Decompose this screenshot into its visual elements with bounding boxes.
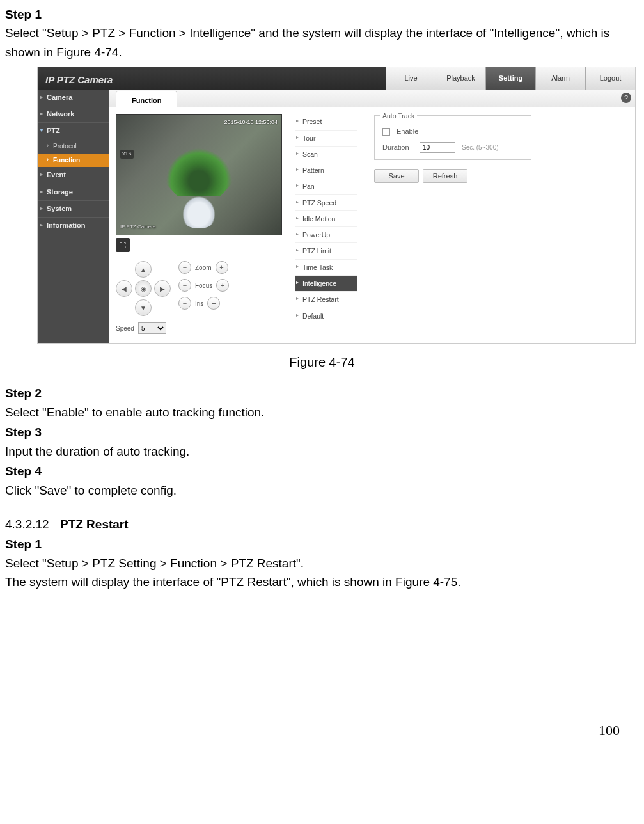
duration-input[interactable] [420, 142, 455, 153]
screenshot-figure: IP PTZ Camera Live Playback Setting Alar… [37, 67, 636, 344]
iris-close-button[interactable]: − [178, 297, 191, 310]
sidenav-protocol[interactable]: Protocol [38, 139, 109, 154]
focus-label: Focus [195, 281, 212, 291]
tab-function[interactable]: Function [116, 91, 177, 109]
enable-label: Enable [397, 126, 418, 137]
auto-track-fieldset: Auto Track Enable Duration Sec. (5~300) [374, 115, 531, 160]
refresh-button[interactable]: Refresh [423, 169, 467, 183]
sidenav-function[interactable]: Function [38, 154, 109, 168]
step2-body: Select "Enable" to enable auto tracking … [5, 403, 639, 422]
fn-intelligence[interactable]: Intelligence [295, 275, 357, 291]
side-nav: Camera Network PTZ Protocol Function Eve… [38, 90, 109, 343]
preview-zoom-label: x16 [120, 150, 134, 159]
fn-ptz-limit[interactable]: PTZ Limit [295, 242, 357, 258]
brand-label: IP PTZ Camera [38, 67, 120, 90]
nav-playback[interactable]: Playback [436, 67, 485, 90]
sidenav-ptz[interactable]: PTZ [38, 123, 109, 139]
zoom-out-button[interactable]: − [178, 261, 191, 274]
ptz-right-button[interactable]: ▶ [154, 280, 171, 297]
duration-hint: Sec. (5~300) [462, 143, 499, 153]
zoom-label: Zoom [195, 263, 212, 273]
sidenav-camera[interactable]: Camera [38, 90, 109, 106]
ptz-left-button[interactable]: ◀ [116, 280, 132, 297]
figure-caption: Figure 4-74 [5, 353, 639, 372]
restart-step1-line1: Select "Setup > PTZ Setting > Function >… [5, 554, 639, 573]
fn-scan[interactable]: Scan [295, 146, 357, 162]
fn-idle-motion[interactable]: Idle Motion [295, 210, 357, 226]
tab-bar: Function ? [109, 90, 635, 107]
preview-column: 2015-10-10 12:53:04 x16 IP PTZ Camera ⛶ … [116, 114, 295, 334]
step1-body: Select "Setup > PTZ > Function > Intelli… [5, 24, 639, 61]
nav-alarm[interactable]: Alarm [535, 67, 585, 90]
fullscreen-icon[interactable]: ⛶ [116, 238, 130, 252]
nav-setting[interactable]: Setting [485, 67, 535, 90]
ptz-dpad: ▲ ▼ ◀ ▶ ◉ [116, 261, 171, 316]
step3-body: Input the duration of auto tracking. [5, 442, 639, 461]
enable-checkbox[interactable] [382, 128, 390, 136]
restart-step1-line2: The system will display the interface of… [5, 573, 639, 591]
ptz-down-button[interactable]: ▼ [135, 299, 152, 316]
fn-preset[interactable]: Preset [295, 114, 357, 129]
preview-watermark: IP PTZ Camera [120, 223, 155, 231]
focus-out-button[interactable]: − [178, 279, 191, 292]
duration-label: Duration [382, 142, 413, 153]
video-preview: 2015-10-10 12:53:04 x16 IP PTZ Camera [116, 114, 282, 235]
iris-label: Iris [195, 299, 203, 309]
help-icon[interactable]: ? [621, 93, 631, 103]
step1-heading: Step 1 [5, 5, 639, 24]
sidenav-network[interactable]: Network [38, 106, 109, 123]
section-number: 4.3.2.12 [5, 515, 49, 534]
function-list: Preset Tour Scan Pattern Pan PTZ Speed I… [295, 114, 357, 334]
step2-heading: Step 2 [5, 384, 639, 402]
speed-label: Speed [116, 324, 134, 334]
sidenav-storage[interactable]: Storage [38, 184, 109, 201]
fn-ptz-speed[interactable]: PTZ Speed [295, 194, 357, 210]
preview-timestamp: 2015-10-10 12:53:04 [224, 118, 278, 127]
ptz-center-button[interactable]: ◉ [135, 280, 152, 297]
sidenav-event[interactable]: Event [38, 167, 109, 184]
fn-powerup[interactable]: PowerUp [295, 226, 357, 242]
fn-tour[interactable]: Tour [295, 130, 357, 146]
iris-open-button[interactable]: + [207, 297, 220, 310]
sidenav-system[interactable]: System [38, 201, 109, 218]
fn-pan[interactable]: Pan [295, 178, 357, 194]
zoom-in-button[interactable]: + [216, 261, 228, 274]
section-title: PTZ Restart [60, 518, 129, 531]
ptz-up-button[interactable]: ▲ [135, 261, 152, 278]
nav-logout[interactable]: Logout [585, 67, 635, 90]
page-number: 100 [5, 720, 620, 741]
step4-body: Click "Save" to complete config. [5, 481, 639, 500]
fn-pattern[interactable]: Pattern [295, 162, 357, 178]
fieldset-legend: Auto Track [380, 111, 417, 121]
fn-default[interactable]: Default [295, 308, 357, 324]
focus-in-button[interactable]: + [216, 279, 229, 292]
nav-live[interactable]: Live [386, 67, 436, 90]
save-button[interactable]: Save [374, 169, 419, 183]
fn-ptz-restart[interactable]: PTZ Restart [295, 291, 357, 307]
top-bar: IP PTZ Camera Live Playback Setting Alar… [38, 67, 635, 90]
step3-heading: Step 3 [5, 423, 639, 441]
restart-step1-heading: Step 1 [5, 535, 639, 553]
settings-panel: Auto Track Enable Duration Sec. (5~300) … [357, 114, 635, 334]
fn-time-task[interactable]: Time Task [295, 259, 357, 275]
speed-select[interactable]: 5 [138, 322, 166, 334]
section-heading: 4.3.2.12 PTZ Restart [5, 515, 639, 534]
step4-heading: Step 4 [5, 462, 639, 480]
sidenav-information[interactable]: Information [38, 218, 109, 234]
